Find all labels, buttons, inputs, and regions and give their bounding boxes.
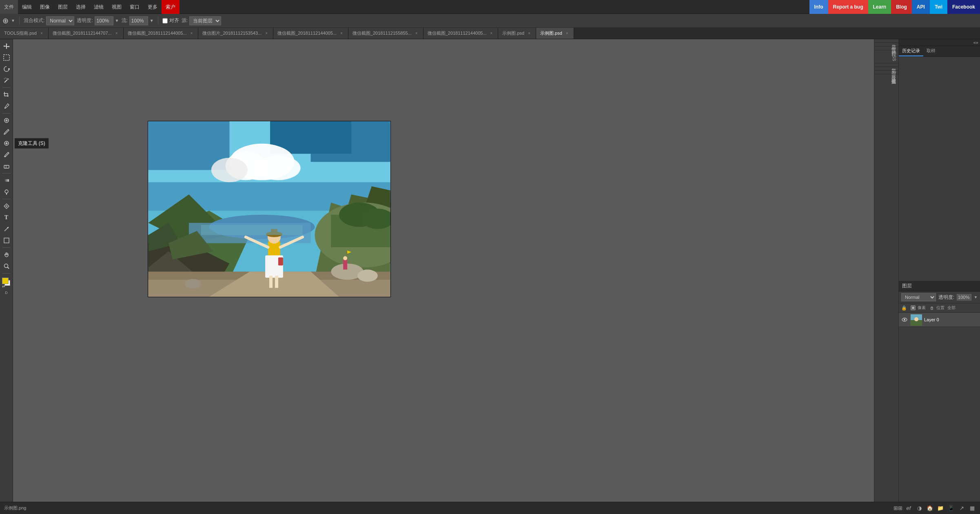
panel-collapse-btn[interactable]: «»	[973, 40, 978, 45]
crop-tool[interactable]	[1, 89, 12, 100]
source-select[interactable]: 当前图层	[189, 16, 221, 25]
report-bug-button[interactable]: Report a bug	[828, 0, 868, 14]
twitter-button[interactable]: Twi	[930, 0, 947, 14]
svg-line-4	[4, 78, 4, 79]
tab-close[interactable]: ×	[339, 31, 344, 36]
tab-close[interactable]: ×	[189, 31, 194, 36]
info-label[interactable]: 信息	[874, 39, 898, 43]
text-tool[interactable]: T	[1, 212, 12, 223]
move-tool[interactable]	[1, 41, 12, 51]
tab-wx3[interactable]: 微信图片_20181112153543... ×	[198, 28, 273, 39]
bottom-icon-4[interactable]: 🏠	[926, 505, 933, 512]
layers-opacity-input[interactable]	[957, 294, 971, 300]
tab-close[interactable]: ×	[489, 31, 494, 36]
history-content	[899, 57, 980, 281]
shape-tool[interactable]	[1, 235, 12, 246]
history-brush-tool[interactable]	[1, 149, 12, 160]
tab-close[interactable]: ×	[565, 31, 570, 36]
svg-point-74	[904, 319, 905, 320]
tab-close[interactable]: ×	[114, 31, 119, 36]
lasso-tool[interactable]	[1, 64, 12, 74]
paragraph-label[interactable]: 段落	[874, 71, 898, 74]
lock-image-icon[interactable]	[910, 305, 916, 311]
main-layout: 克隆工具 (S) T	[0, 39, 980, 502]
tab-label: TOOLS指南.psd	[4, 30, 37, 36]
layers-blend-select[interactable]: Normal	[901, 293, 936, 301]
foreground-color[interactable]	[2, 278, 9, 284]
source-group: 源: 当前图层	[182, 16, 221, 25]
menu-view[interactable]: 视图	[108, 0, 126, 14]
path-selection-tool[interactable]	[1, 224, 12, 234]
tab-close[interactable]: ×	[264, 31, 269, 36]
swap-colors[interactable]: ⇄	[2, 284, 5, 288]
layers-prop-label[interactable]: 图层属性	[874, 74, 898, 78]
select-tool[interactable]	[1, 52, 12, 63]
info-side-panel: 信息 属性 打开 CSS 笔刷 字符 段落 图层属性	[874, 39, 898, 502]
facebook-button[interactable]: Facebook	[947, 0, 980, 14]
magic-wand-tool[interactable]	[1, 75, 12, 86]
blend-mode-select[interactable]: Normal	[46, 16, 74, 25]
bottom-icon-3[interactable]: ◑	[916, 505, 923, 512]
eyedropper-tool[interactable]	[1, 101, 12, 111]
canvas-area[interactable]	[13, 39, 874, 502]
flow-input[interactable]	[129, 16, 148, 25]
tab-example1[interactable]: 示例图.psd ×	[498, 28, 536, 39]
tab-close[interactable]: ×	[414, 31, 419, 36]
api-button[interactable]: API	[912, 0, 930, 14]
pen-tool[interactable]	[1, 201, 12, 211]
char-label[interactable]: 字符	[874, 67, 898, 71]
menu-layer[interactable]: 图层	[54, 0, 72, 14]
sampling-tab[interactable]: 取样	[923, 46, 939, 56]
tab-example2[interactable]: 示例图.psd ×	[536, 28, 574, 39]
tab-close[interactable]: ×	[527, 31, 532, 36]
default-colors[interactable]: D	[5, 291, 8, 295]
properties-label[interactable]: 属性	[874, 43, 898, 47]
history-tab[interactable]: 历史记录	[899, 46, 923, 56]
clone-stamp-tool[interactable]: 克隆工具 (S)	[1, 138, 12, 149]
tab-wx4[interactable]: 微信截图_20181112144005... ×	[273, 28, 348, 39]
bottom-icon-6[interactable]: 📱	[947, 505, 955, 512]
menu-select[interactable]: 选择	[72, 0, 90, 14]
zoom-tool[interactable]	[1, 261, 12, 271]
layer-item-0[interactable]: Layer 0	[899, 313, 980, 327]
gradient-tool[interactable]	[1, 175, 12, 186]
opacity-input[interactable]	[95, 16, 113, 25]
tab-wx1[interactable]: 微信截图_20181112144707... ×	[49, 28, 124, 39]
blog-button[interactable]: Blog	[891, 0, 912, 14]
align-checkbox[interactable]	[162, 16, 168, 25]
menu-image[interactable]: 图像	[36, 0, 54, 14]
tab-tools[interactable]: TOOLS指南.psd ×	[0, 28, 49, 39]
menu-more[interactable]: 更多	[144, 0, 162, 14]
brush-label[interactable]: 笔刷	[874, 63, 898, 67]
info-button[interactable]: Info	[809, 0, 828, 14]
learn-button[interactable]: Learn	[868, 0, 891, 14]
menu-window[interactable]: 窗口	[126, 0, 144, 14]
menu-edit[interactable]: 编辑	[18, 0, 36, 14]
flow-arrow[interactable]: ▼	[150, 18, 154, 23]
eraser-tool[interactable]	[1, 161, 12, 171]
menu-account[interactable]: 索户	[162, 0, 180, 14]
tab-close[interactable]: ×	[39, 31, 44, 36]
bottom-icon-8[interactable]: ▦	[969, 505, 976, 512]
svg-rect-70	[201, 225, 303, 235]
layer-visibility-icon[interactable]	[901, 316, 908, 323]
bottom-icon-5[interactable]: 📁	[937, 505, 944, 512]
layers-opacity-arrow[interactable]: ▼	[974, 295, 978, 299]
tab-wx6[interactable]: 微信截图_20181112144005... ×	[423, 28, 499, 39]
heal-tool[interactable]	[1, 115, 12, 126]
css-label[interactable]: CSS	[874, 50, 898, 63]
menu-filter[interactable]: 滤镜	[90, 0, 108, 14]
open-label[interactable]: 打开	[874, 47, 898, 50]
menu-file[interactable]: 文件	[0, 0, 18, 14]
lock-position-icon[interactable]	[929, 305, 935, 311]
brush-tool[interactable]	[1, 127, 12, 137]
tab-wx5[interactable]: 微信截图_20181112155855... ×	[348, 28, 423, 39]
tab-wx2[interactable]: 微信截图_20181112144005... ×	[124, 28, 199, 39]
bottom-icon-7[interactable]: ↗	[958, 505, 965, 512]
bottom-icon-1[interactable]: ⊞⊞	[894, 505, 902, 512]
hand-tool[interactable]	[1, 249, 12, 260]
bottom-icon-2[interactable]: ef	[905, 505, 912, 512]
dodge-tool[interactable]	[1, 187, 12, 197]
opacity-arrow[interactable]: ▼	[115, 18, 119, 23]
canvas-image[interactable]	[148, 121, 391, 297]
